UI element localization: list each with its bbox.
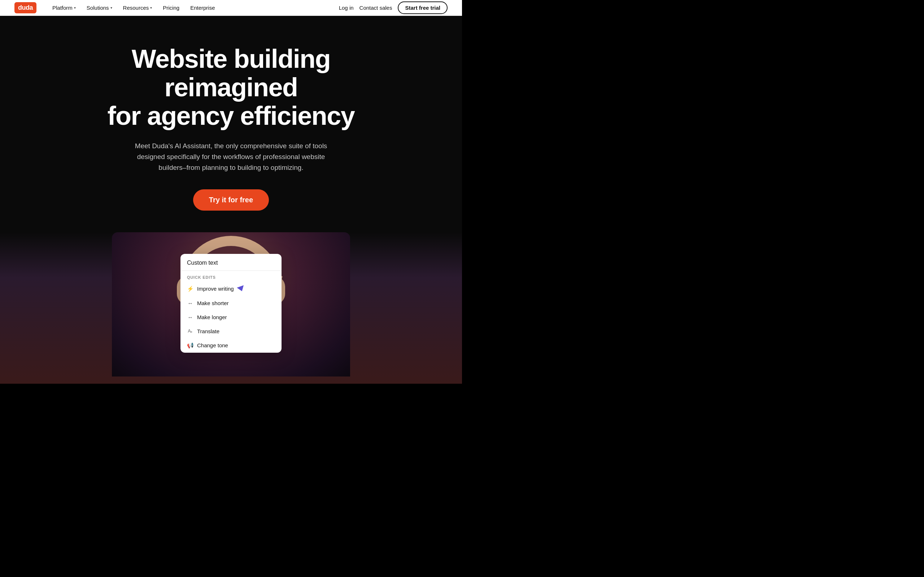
menu-item-translate[interactable]: Aₐ Translate <box>181 324 281 338</box>
nav-right: Log in Contact sales Start free trial <box>339 2 447 14</box>
demo-section: Custom text QUICK EDITS ⚡ Improve writin… <box>0 232 462 384</box>
hero-section: Website building reimagined for agency e… <box>0 16 462 232</box>
hero-cta-button[interactable]: Try it for free <box>193 189 269 211</box>
menu-item-make-longer[interactable]: ↔ Make longer <box>181 310 281 324</box>
headphones-background: Custom text QUICK EDITS ⚡ Improve writin… <box>112 232 350 377</box>
contact-sales-link[interactable]: Contact sales <box>360 5 393 11</box>
demo-container: Custom text QUICK EDITS ⚡ Improve writin… <box>112 232 350 384</box>
nav-item-enterprise[interactable]: Enterprise <box>186 3 219 13</box>
nav-item-pricing[interactable]: Pricing <box>158 3 184 13</box>
hero-subtitle: Meet Duda's AI Assistant, the only compr… <box>126 141 336 174</box>
menu-item-change-tone[interactable]: 📢 Change tone <box>181 338 281 353</box>
chevron-down-icon: ▾ <box>74 6 76 10</box>
context-menu-section-label: QUICK EDITS <box>181 271 281 282</box>
nav-links: Platform ▾ Solutions ▾ Resources ▾ Prici… <box>48 3 339 13</box>
nav-item-platform[interactable]: Platform ▾ <box>48 3 80 13</box>
chevron-down-icon: ▾ <box>110 6 112 10</box>
expand-icon: ↔ <box>187 314 194 320</box>
cursor-icon <box>237 285 246 292</box>
compress-icon: ↔ <box>187 300 194 306</box>
context-menu: Custom text QUICK EDITS ⚡ Improve writin… <box>181 254 281 353</box>
lightning-icon: ⚡ <box>187 285 194 292</box>
chevron-down-icon: ▾ <box>150 6 152 10</box>
megaphone-icon: 📢 <box>187 342 194 349</box>
navbar: duda Platform ▾ Solutions ▾ Resources ▾ … <box>0 0 462 16</box>
menu-item-improve-writing[interactable]: ⚡ Improve writing <box>181 282 281 296</box>
hero-title: Website building reimagined for agency e… <box>94 45 368 131</box>
nav-item-solutions[interactable]: Solutions ▾ <box>82 3 116 13</box>
nav-item-resources[interactable]: Resources ▾ <box>119 3 157 13</box>
menu-item-make-shorter[interactable]: ↔ Make shorter <box>181 296 281 310</box>
context-menu-header: Custom text <box>181 254 281 271</box>
start-free-trial-button[interactable]: Start free trial <box>398 2 447 14</box>
login-link[interactable]: Log in <box>339 5 354 11</box>
translate-icon: Aₐ <box>187 329 194 334</box>
brand-logo[interactable]: duda <box>15 2 36 13</box>
